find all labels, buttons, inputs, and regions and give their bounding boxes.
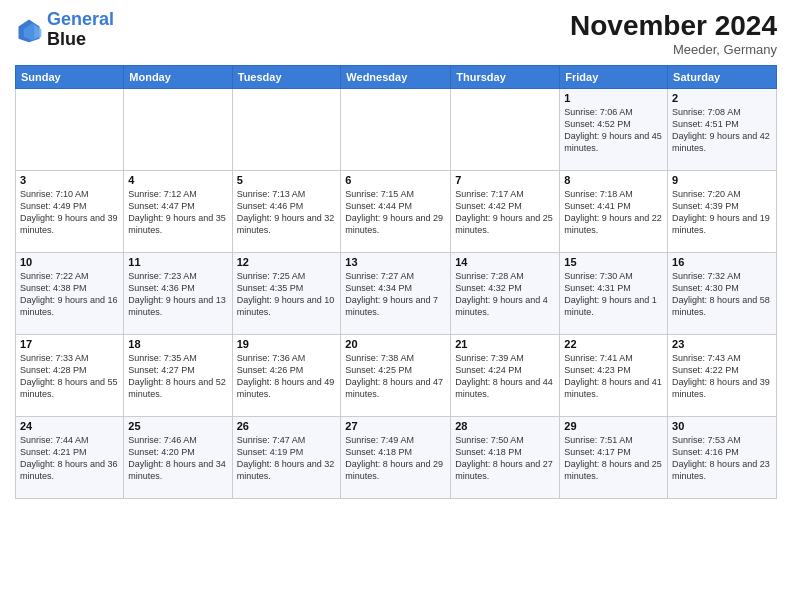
header-sunday: Sunday	[16, 66, 124, 89]
day-number: 22	[564, 338, 663, 350]
week-row-4: 17Sunrise: 7:33 AM Sunset: 4:28 PM Dayli…	[16, 335, 777, 417]
day-number: 1	[564, 92, 663, 104]
calendar-cell: 1Sunrise: 7:06 AM Sunset: 4:52 PM Daylig…	[560, 89, 668, 171]
logo-text: General Blue	[47, 10, 114, 50]
day-number: 15	[564, 256, 663, 268]
day-info: Sunrise: 7:41 AM Sunset: 4:23 PM Dayligh…	[564, 352, 663, 401]
day-info: Sunrise: 7:17 AM Sunset: 4:42 PM Dayligh…	[455, 188, 555, 237]
day-info: Sunrise: 7:23 AM Sunset: 4:36 PM Dayligh…	[128, 270, 227, 319]
day-number: 14	[455, 256, 555, 268]
day-info: Sunrise: 7:35 AM Sunset: 4:27 PM Dayligh…	[128, 352, 227, 401]
day-number: 16	[672, 256, 772, 268]
day-info: Sunrise: 7:15 AM Sunset: 4:44 PM Dayligh…	[345, 188, 446, 237]
day-info: Sunrise: 7:12 AM Sunset: 4:47 PM Dayligh…	[128, 188, 227, 237]
month-title: November 2024	[570, 10, 777, 42]
week-row-1: 1Sunrise: 7:06 AM Sunset: 4:52 PM Daylig…	[16, 89, 777, 171]
day-number: 8	[564, 174, 663, 186]
calendar-cell: 26Sunrise: 7:47 AM Sunset: 4:19 PM Dayli…	[232, 417, 341, 499]
day-info: Sunrise: 7:50 AM Sunset: 4:18 PM Dayligh…	[455, 434, 555, 483]
day-info: Sunrise: 7:27 AM Sunset: 4:34 PM Dayligh…	[345, 270, 446, 319]
day-number: 25	[128, 420, 227, 432]
day-info: Sunrise: 7:13 AM Sunset: 4:46 PM Dayligh…	[237, 188, 337, 237]
calendar-cell: 14Sunrise: 7:28 AM Sunset: 4:32 PM Dayli…	[451, 253, 560, 335]
day-number: 18	[128, 338, 227, 350]
header-thursday: Thursday	[451, 66, 560, 89]
logo-line2: Blue	[47, 30, 114, 50]
calendar-cell: 16Sunrise: 7:32 AM Sunset: 4:30 PM Dayli…	[668, 253, 777, 335]
calendar-cell: 17Sunrise: 7:33 AM Sunset: 4:28 PM Dayli…	[16, 335, 124, 417]
day-info: Sunrise: 7:06 AM Sunset: 4:52 PM Dayligh…	[564, 106, 663, 155]
day-number: 2	[672, 92, 772, 104]
day-number: 17	[20, 338, 119, 350]
calendar-cell: 19Sunrise: 7:36 AM Sunset: 4:26 PM Dayli…	[232, 335, 341, 417]
calendar-cell: 27Sunrise: 7:49 AM Sunset: 4:18 PM Dayli…	[341, 417, 451, 499]
day-info: Sunrise: 7:36 AM Sunset: 4:26 PM Dayligh…	[237, 352, 337, 401]
page: General Blue November 2024 Meeder, Germa…	[0, 0, 792, 612]
calendar-cell	[16, 89, 124, 171]
calendar-cell: 2Sunrise: 7:08 AM Sunset: 4:51 PM Daylig…	[668, 89, 777, 171]
day-number: 23	[672, 338, 772, 350]
day-number: 29	[564, 420, 663, 432]
day-number: 27	[345, 420, 446, 432]
day-info: Sunrise: 7:38 AM Sunset: 4:25 PM Dayligh…	[345, 352, 446, 401]
calendar-cell: 12Sunrise: 7:25 AM Sunset: 4:35 PM Dayli…	[232, 253, 341, 335]
calendar-cell	[451, 89, 560, 171]
logo-icon	[15, 16, 43, 44]
day-number: 9	[672, 174, 772, 186]
day-info: Sunrise: 7:43 AM Sunset: 4:22 PM Dayligh…	[672, 352, 772, 401]
day-number: 11	[128, 256, 227, 268]
day-info: Sunrise: 7:28 AM Sunset: 4:32 PM Dayligh…	[455, 270, 555, 319]
calendar-header-row: Sunday Monday Tuesday Wednesday Thursday…	[16, 66, 777, 89]
header-friday: Friday	[560, 66, 668, 89]
calendar-cell: 6Sunrise: 7:15 AM Sunset: 4:44 PM Daylig…	[341, 171, 451, 253]
day-number: 3	[20, 174, 119, 186]
calendar-cell: 20Sunrise: 7:38 AM Sunset: 4:25 PM Dayli…	[341, 335, 451, 417]
calendar-cell: 23Sunrise: 7:43 AM Sunset: 4:22 PM Dayli…	[668, 335, 777, 417]
day-number: 21	[455, 338, 555, 350]
calendar: Sunday Monday Tuesday Wednesday Thursday…	[15, 65, 777, 499]
week-row-5: 24Sunrise: 7:44 AM Sunset: 4:21 PM Dayli…	[16, 417, 777, 499]
calendar-cell: 13Sunrise: 7:27 AM Sunset: 4:34 PM Dayli…	[341, 253, 451, 335]
header: General Blue November 2024 Meeder, Germa…	[15, 10, 777, 57]
calendar-cell: 10Sunrise: 7:22 AM Sunset: 4:38 PM Dayli…	[16, 253, 124, 335]
day-info: Sunrise: 7:47 AM Sunset: 4:19 PM Dayligh…	[237, 434, 337, 483]
day-number: 5	[237, 174, 337, 186]
day-info: Sunrise: 7:08 AM Sunset: 4:51 PM Dayligh…	[672, 106, 772, 155]
day-info: Sunrise: 7:25 AM Sunset: 4:35 PM Dayligh…	[237, 270, 337, 319]
calendar-cell: 3Sunrise: 7:10 AM Sunset: 4:49 PM Daylig…	[16, 171, 124, 253]
day-info: Sunrise: 7:44 AM Sunset: 4:21 PM Dayligh…	[20, 434, 119, 483]
calendar-cell: 8Sunrise: 7:18 AM Sunset: 4:41 PM Daylig…	[560, 171, 668, 253]
logo-line1: General	[47, 9, 114, 29]
day-number: 19	[237, 338, 337, 350]
calendar-cell: 21Sunrise: 7:39 AM Sunset: 4:24 PM Dayli…	[451, 335, 560, 417]
calendar-cell: 7Sunrise: 7:17 AM Sunset: 4:42 PM Daylig…	[451, 171, 560, 253]
calendar-cell: 18Sunrise: 7:35 AM Sunset: 4:27 PM Dayli…	[124, 335, 232, 417]
calendar-cell: 28Sunrise: 7:50 AM Sunset: 4:18 PM Dayli…	[451, 417, 560, 499]
day-info: Sunrise: 7:51 AM Sunset: 4:17 PM Dayligh…	[564, 434, 663, 483]
day-info: Sunrise: 7:30 AM Sunset: 4:31 PM Dayligh…	[564, 270, 663, 319]
day-number: 30	[672, 420, 772, 432]
logo: General Blue	[15, 10, 114, 50]
day-number: 7	[455, 174, 555, 186]
day-info: Sunrise: 7:33 AM Sunset: 4:28 PM Dayligh…	[20, 352, 119, 401]
calendar-cell	[341, 89, 451, 171]
calendar-cell	[232, 89, 341, 171]
calendar-cell: 5Sunrise: 7:13 AM Sunset: 4:46 PM Daylig…	[232, 171, 341, 253]
day-info: Sunrise: 7:53 AM Sunset: 4:16 PM Dayligh…	[672, 434, 772, 483]
calendar-cell: 4Sunrise: 7:12 AM Sunset: 4:47 PM Daylig…	[124, 171, 232, 253]
day-info: Sunrise: 7:46 AM Sunset: 4:20 PM Dayligh…	[128, 434, 227, 483]
day-number: 10	[20, 256, 119, 268]
header-saturday: Saturday	[668, 66, 777, 89]
day-number: 12	[237, 256, 337, 268]
calendar-cell: 9Sunrise: 7:20 AM Sunset: 4:39 PM Daylig…	[668, 171, 777, 253]
calendar-cell: 22Sunrise: 7:41 AM Sunset: 4:23 PM Dayli…	[560, 335, 668, 417]
day-number: 6	[345, 174, 446, 186]
header-tuesday: Tuesday	[232, 66, 341, 89]
day-info: Sunrise: 7:18 AM Sunset: 4:41 PM Dayligh…	[564, 188, 663, 237]
calendar-cell: 25Sunrise: 7:46 AM Sunset: 4:20 PM Dayli…	[124, 417, 232, 499]
day-info: Sunrise: 7:22 AM Sunset: 4:38 PM Dayligh…	[20, 270, 119, 319]
header-wednesday: Wednesday	[341, 66, 451, 89]
week-row-3: 10Sunrise: 7:22 AM Sunset: 4:38 PM Dayli…	[16, 253, 777, 335]
day-number: 13	[345, 256, 446, 268]
day-info: Sunrise: 7:20 AM Sunset: 4:39 PM Dayligh…	[672, 188, 772, 237]
